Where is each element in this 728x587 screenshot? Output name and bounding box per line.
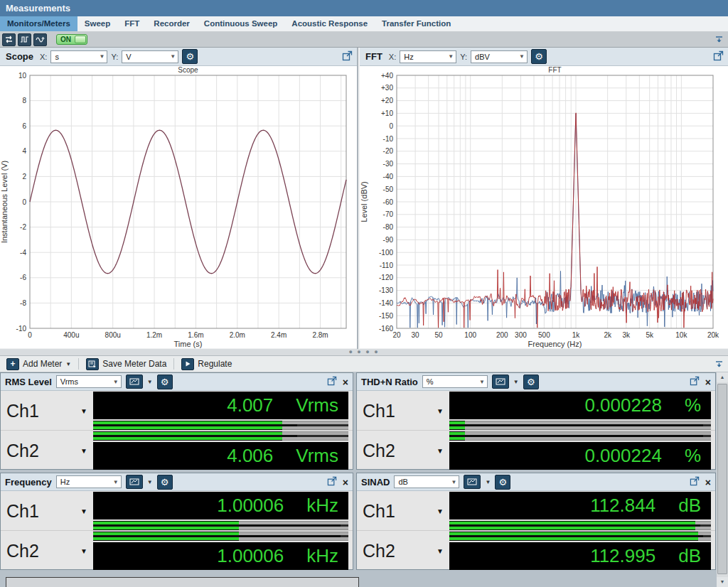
thd-unit-select[interactable]: %▼ — [422, 375, 488, 388]
tab-acoustic-response[interactable]: Acoustic Response — [284, 16, 375, 31]
svg-text:+10: +10 — [381, 109, 393, 117]
svg-text:+30: +30 — [381, 84, 393, 92]
svg-text:-100: -100 — [379, 249, 393, 257]
tab-sweep[interactable]: Sweep — [77, 16, 117, 31]
rms-display-mode-caret-icon[interactable]: ▼ — [147, 379, 153, 385]
scroll-down-icon[interactable]: ▼ — [717, 577, 728, 587]
sinad-display-mode-caret-icon[interactable]: ▼ — [485, 479, 491, 485]
svg-text:-120: -120 — [379, 274, 393, 281]
svg-text:800u: 800u — [105, 331, 121, 339]
add-meter-label: Add Meter — [23, 359, 62, 369]
svg-text:+40: +40 — [381, 72, 393, 80]
svg-text:10: 10 — [18, 72, 27, 80]
sinad-ch2-bar — [449, 532, 711, 541]
thd-close-icon[interactable]: × — [705, 377, 711, 387]
generator-on-toggle[interactable]: ON — [56, 34, 87, 45]
thd-ch1-row: Ch1 ▼ 0.000228% — [357, 391, 715, 430]
sinad-settings-gear-icon[interactable]: ⚙ — [495, 475, 510, 490]
fft-x-unit-select[interactable]: Hz▼ — [400, 50, 456, 63]
rms-popout-icon[interactable] — [327, 376, 337, 389]
collapse-panel-icon[interactable] — [714, 34, 724, 47]
scroll-up-icon[interactable]: ▲ — [717, 372, 728, 382]
svg-text:-130: -130 — [379, 286, 393, 294]
fft-panel-header: FFT X: Hz▼ Y: dBV▼ ⚙ — [360, 48, 728, 66]
sinad-popout-icon[interactable] — [690, 476, 700, 489]
rms-display-mode-icon[interactable] — [126, 375, 143, 389]
scope-settings-gear-icon[interactable]: ⚙ — [182, 49, 198, 64]
rms-close-icon[interactable]: × — [343, 377, 348, 387]
sinad-unit-select[interactable]: dB▼ — [394, 475, 459, 488]
svg-text:Time (s): Time (s) — [174, 340, 203, 348]
freq-display-mode-icon[interactable] — [126, 475, 143, 489]
scope-panel-title: Scope — [6, 51, 33, 62]
thd-display-mode-caret-icon[interactable]: ▼ — [513, 379, 519, 385]
measurement-tabbar: Monitors/Meters Sweep FFT Recorder Conti… — [0, 16, 728, 32]
meters-scrollbar[interactable]: ▲ ▼ — [717, 372, 728, 587]
tab-fft[interactable]: FFT — [117, 16, 146, 31]
tab-monitors-meters[interactable]: Monitors/Meters — [0, 16, 77, 31]
freq-popout-icon[interactable] — [327, 476, 337, 489]
rms-ch2-channel-caret-icon[interactable]: ▼ — [80, 446, 87, 454]
freq-close-icon[interactable]: × — [343, 478, 348, 488]
on-toggle-knob — [75, 36, 86, 43]
thd-ch2-channel-caret-icon[interactable]: ▼ — [437, 446, 444, 454]
add-meter-button[interactable]: + Add Meter ▼ — [4, 357, 74, 371]
fft-settings-gear-icon[interactable]: ⚙ — [531, 49, 547, 64]
rms-unit-select[interactable]: Vrms▼ — [56, 375, 122, 388]
tab-recorder[interactable]: Recorder — [146, 16, 197, 31]
scope-y-unit-select[interactable]: V▼ — [122, 50, 178, 63]
freq-ch1-channel-caret-icon[interactable]: ▼ — [80, 507, 87, 515]
freq-unit-select[interactable]: Hz▼ — [56, 475, 122, 488]
freq-settings-gear-icon[interactable]: ⚙ — [157, 475, 173, 490]
svg-text:-10: -10 — [16, 325, 27, 333]
io-loop-icon[interactable] — [2, 33, 16, 46]
sinad-display-mode-icon[interactable] — [464, 475, 481, 489]
meter-panel-frequency: Frequency Hz▼ ▼ ⚙ × Ch1 ▼ 1.00006kHz — [0, 473, 353, 570]
thd-popout-icon[interactable] — [690, 376, 700, 389]
thd-ch2-display: 0.000224% — [449, 442, 711, 470]
svg-text:2.8m: 2.8m — [312, 331, 328, 339]
svg-text:1k: 1k — [572, 331, 581, 339]
freq-ch2-label: Ch2 — [6, 540, 39, 561]
scrollbar-thumb[interactable] — [717, 384, 727, 574]
regulate-button[interactable]: Regulate — [178, 357, 235, 371]
tab-transfer-function[interactable]: Transfer Function — [375, 16, 458, 31]
save-meter-data-button[interactable]: Save Meter Data — [83, 357, 169, 371]
svg-text:0: 0 — [28, 331, 32, 339]
sinad-ch2-row: Ch2 ▼ 112.995dB — [357, 530, 715, 570]
svg-text:20k: 20k — [707, 331, 719, 339]
svg-text:-90: -90 — [383, 236, 394, 244]
fft-popout-icon[interactable] — [713, 50, 724, 64]
rms-settings-gear-icon[interactable]: ⚙ — [157, 375, 173, 389]
svg-text:Scope: Scope — [178, 66, 198, 74]
svg-text:100: 100 — [464, 331, 476, 339]
sinad-close-icon[interactable]: × — [705, 478, 711, 488]
freq-ch2-channel-caret-icon[interactable]: ▼ — [80, 546, 87, 554]
scope-popout-icon[interactable] — [342, 50, 353, 64]
sinad-ch1-channel-caret-icon[interactable]: ▼ — [437, 507, 444, 515]
sinad-ch2-channel-caret-icon[interactable]: ▼ — [437, 546, 444, 554]
scope-x-unit-select[interactable]: s▼ — [50, 50, 107, 63]
thd-settings-gear-icon[interactable]: ⚙ — [523, 375, 539, 389]
svg-text:Instantaneous Level (V): Instantaneous Level (V) — [0, 161, 9, 243]
rms-ch2-row: Ch2 ▼ 4.006Vrms — [1, 430, 353, 470]
thd-ch1-channel-caret-icon[interactable]: ▼ — [437, 406, 444, 414]
sinad-ch2-label: Ch2 — [363, 540, 395, 561]
freq-display-mode-caret-icon[interactable]: ▼ — [147, 479, 153, 485]
tab-continuous-sweep[interactable]: Continuous Sweep — [197, 16, 285, 31]
thd-ch1-label: Ch1 — [363, 400, 395, 421]
horizontal-splitter[interactable]: ● ● ● ● — [0, 349, 728, 356]
svg-text:Level (dBV): Level (dBV) — [360, 181, 368, 222]
square-wave-icon[interactable] — [18, 33, 31, 46]
sine-wave-add-icon[interactable] — [33, 33, 47, 46]
rms-ch1-channel-caret-icon[interactable]: ▼ — [80, 406, 87, 414]
rms-ch2-display: 4.006Vrms — [93, 442, 348, 470]
svg-text:1.6m: 1.6m — [188, 331, 203, 339]
thd-display-mode-icon[interactable] — [492, 375, 509, 389]
freq-ch2-display: 1.00006kHz — [93, 542, 348, 570]
fft-y-unit-select[interactable]: dBV▼ — [471, 50, 528, 63]
freq-ch1-bar — [93, 521, 348, 530]
collapse-meters-icon[interactable] — [714, 359, 724, 372]
svg-text:3k: 3k — [623, 331, 631, 339]
svg-text:-10: -10 — [383, 135, 394, 143]
